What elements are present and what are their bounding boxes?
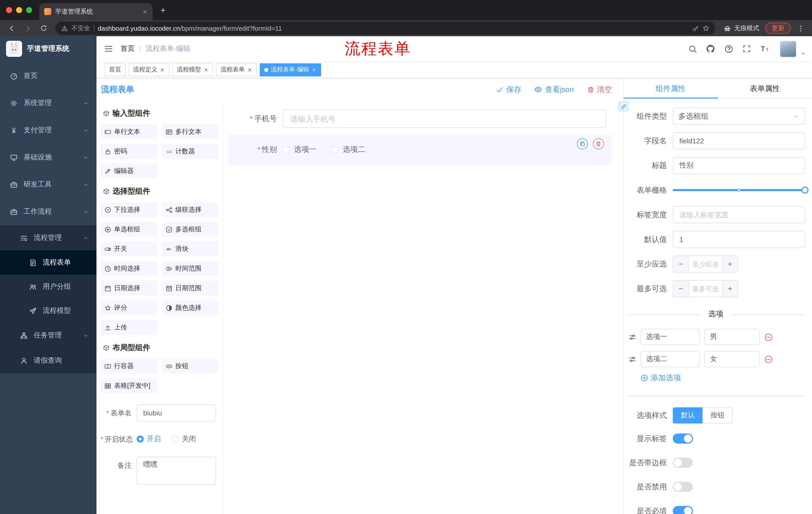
tag-4[interactable]: 流程表单-编辑 [260, 63, 321, 76]
gender-option-checkbox-0[interactable]: 选项一 [283, 145, 317, 154]
form-grid-slider[interactable] [673, 182, 805, 199]
tag-close-icon[interactable] [160, 67, 165, 72]
phone-input[interactable] [283, 110, 606, 128]
tag-2[interactable]: 流程模型 [172, 63, 213, 76]
remove-option-button[interactable] [764, 333, 773, 341]
clear-button[interactable]: 清空 [587, 85, 612, 94]
label-width-input[interactable] [673, 206, 805, 223]
title-input[interactable] [673, 157, 805, 174]
tag-close-icon[interactable] [247, 67, 252, 72]
sidebar-item-5[interactable]: 工作流程 [0, 198, 96, 225]
tab-close-icon[interactable] [142, 9, 148, 14]
sidebar-item-4[interactable]: 研发工具 [0, 171, 96, 198]
sidebar-logo[interactable]: 芋道管理系统 [0, 36, 96, 61]
breadcrumb-home[interactable]: 首页 [121, 44, 135, 53]
sidebar-item-6[interactable]: 流程管理 [0, 225, 96, 250]
option-value-input[interactable] [704, 351, 760, 367]
help-icon[interactable] [722, 41, 736, 56]
palette-item-lock[interactable]: 密码 [100, 144, 157, 159]
password-key-icon[interactable] [692, 25, 699, 31]
save-button[interactable]: 保存 [496, 85, 521, 94]
security-warning-icon[interactable] [61, 25, 68, 31]
palette-item-time-range[interactable]: 时间范围 [162, 261, 219, 276]
palette-item-color[interactable]: 颜色选择 [162, 300, 219, 315]
palette-item-time[interactable]: 时间选择 [100, 261, 157, 276]
avatar-caret-icon[interactable] [801, 51, 806, 56]
zoom-window-button[interactable] [26, 7, 32, 13]
remark-textarea[interactable] [137, 457, 216, 485]
checkbox-box[interactable] [283, 146, 290, 153]
slider-handle[interactable] [802, 187, 809, 194]
phone-field-row[interactable]: *手机号 [228, 110, 612, 128]
palette-item-upload[interactable]: 上传 [100, 320, 157, 335]
drag-icon[interactable] [629, 355, 636, 363]
palette-item-checkbox[interactable]: 多选框组 [162, 222, 219, 237]
minimize-window-button[interactable] [16, 7, 22, 13]
search-icon[interactable] [685, 41, 699, 56]
min-select-input[interactable] [689, 256, 722, 272]
forward-button[interactable] [21, 22, 34, 35]
field-name-input[interactable] [673, 132, 805, 150]
checkbox-box[interactable] [331, 146, 339, 153]
component-type-select[interactable]: 多选框组 [673, 108, 805, 125]
github-icon[interactable] [703, 41, 718, 56]
palette-item-select[interactable]: 下拉选择 [100, 202, 157, 217]
increase-button[interactable] [722, 281, 737, 297]
option-label-input[interactable] [641, 329, 700, 345]
browser-tab[interactable]: 芋道管理系统 [39, 3, 153, 20]
bookmark-star-icon[interactable] [702, 25, 709, 32]
palette-item-row[interactable]: 行容器 [100, 359, 157, 374]
sidebar-item-1[interactable]: 系统管理 [0, 89, 96, 117]
palette-item-radio[interactable]: 单选框组 [100, 222, 157, 237]
drag-icon[interactable] [629, 333, 636, 341]
tag-close-icon[interactable] [312, 67, 317, 72]
palette-item-star[interactable]: 评分 [100, 300, 157, 315]
sidebar-item-3[interactable]: 基础设施 [0, 144, 96, 171]
palette-item-cascade[interactable]: 级联选择 [162, 202, 219, 217]
browser-menu-icon[interactable] [794, 22, 807, 35]
palette-item-switch[interactable]: 开关 [100, 241, 157, 256]
close-window-button[interactable] [6, 7, 12, 13]
decrease-button[interactable] [673, 256, 689, 272]
gender-option-checkbox-1[interactable]: 选项二 [331, 145, 365, 154]
address-bar[interactable]: 不安全 dashboard.yudao.iocoder.cn/bpm/manag… [55, 22, 716, 35]
tab-form-props[interactable]: 表单属性 [718, 78, 812, 98]
sidebar-item-0[interactable]: 首页 [0, 62, 96, 89]
copy-widget-button[interactable] [577, 138, 588, 150]
tag-3[interactable]: 流程表单 [216, 63, 257, 76]
gender-widget-selected[interactable]: *性别 选项一选项二 [228, 135, 612, 165]
font-size-icon[interactable]: TT [758, 41, 772, 56]
sidebar-item-7[interactable]: 流程表单 [0, 250, 96, 275]
status-off-radio[interactable]: 关闭 [172, 435, 196, 443]
palette-item-textarea[interactable]: 多行文本 [162, 124, 219, 139]
form-canvas[interactable]: *手机号 *性别 选项一选项二 [224, 101, 623, 514]
sidebar-item-11[interactable]: 请假查询 [0, 348, 96, 373]
style-default-button[interactable]: 默认 [673, 407, 702, 424]
status-on-radio[interactable]: 开启 [137, 435, 161, 443]
sidebar-item-2[interactable]: 支付管理 [0, 117, 96, 144]
palette-item-counter[interactable]: 123计数器 [162, 144, 219, 159]
option-value-input[interactable] [704, 329, 760, 345]
view-json-button[interactable]: 查看json [534, 85, 574, 94]
palette-item-button[interactable]: 按钮 [162, 359, 219, 374]
tag-0[interactable]: 首页 [105, 63, 126, 76]
default-value-input[interactable] [673, 231, 805, 248]
hamburger-menu-icon[interactable] [96, 36, 121, 61]
back-button[interactable] [5, 22, 18, 35]
sidebar-item-8[interactable]: 用户分组 [0, 275, 96, 299]
increase-button[interactable] [722, 256, 737, 272]
remove-option-button[interactable] [764, 355, 773, 363]
style-button-button[interactable]: 按钮 [702, 407, 733, 424]
decrease-button[interactable] [673, 281, 689, 297]
option-label-input[interactable] [641, 351, 700, 367]
palette-item-table[interactable]: 表格[开发中] [100, 378, 157, 393]
add-option-button[interactable]: 添加选项 [641, 373, 805, 383]
toggle-switch[interactable] [673, 482, 693, 492]
palette-item-input[interactable]: 单行文本 [100, 124, 157, 139]
tab-component-props[interactable]: 组件属性 [624, 78, 718, 98]
fullscreen-icon[interactable] [740, 41, 754, 56]
palette-item-date-range[interactable]: 日期范围 [162, 281, 219, 296]
sidebar-item-9[interactable]: 流程模型 [0, 299, 96, 323]
max-select-input[interactable] [689, 281, 722, 297]
update-button[interactable]: 更新 [765, 23, 791, 34]
